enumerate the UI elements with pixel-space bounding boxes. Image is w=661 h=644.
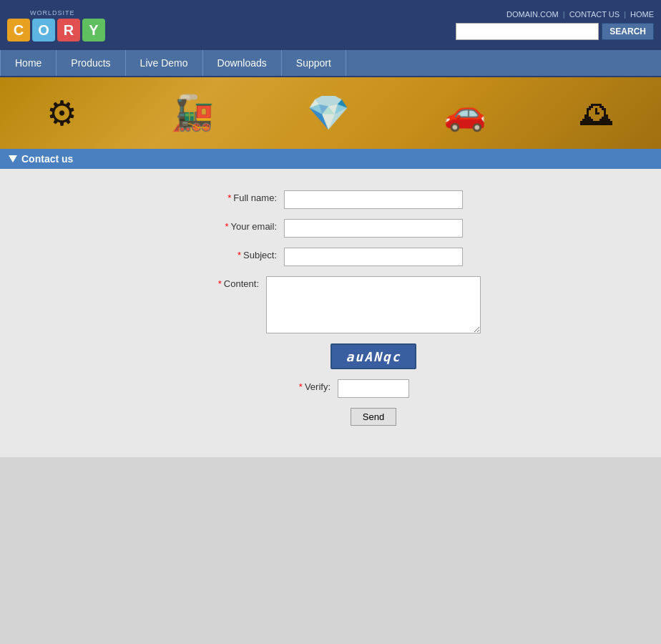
contact-section-header: Contact us <box>0 149 661 169</box>
verify-row: *Verify: <box>14 379 647 398</box>
verify-input[interactable] <box>338 379 409 398</box>
logo-area: WORLDSITE C O R Y <box>7 9 100 41</box>
contact-header-label: Contact us <box>21 153 73 165</box>
nav-item-home[interactable]: Home <box>0 50 57 76</box>
nav-item-downloads[interactable]: Downloads <box>203 50 282 76</box>
banner-item-car: 🚗 <box>444 93 486 133</box>
fullname-row: *Full name: <box>14 190 647 209</box>
logo-letter-c: C <box>7 19 30 42</box>
subject-row: *Subject: <box>14 248 647 266</box>
email-row: *Your email: <box>14 219 647 238</box>
send-label-spacer <box>265 408 351 410</box>
logo-letter-y: Y <box>82 19 105 42</box>
logo-letter-r: R <box>57 19 80 42</box>
content-row: *Content: <box>14 276 647 333</box>
send-button[interactable]: Send <box>351 408 396 426</box>
triangle-icon <box>9 155 17 162</box>
send-row: Send <box>14 408 647 426</box>
subject-input[interactable] <box>284 248 463 266</box>
separator-1: | <box>563 10 565 19</box>
logo-letter-o: O <box>32 19 55 42</box>
search-area: SEARCH <box>456 23 654 40</box>
banner-item-gear: ⚙ <box>46 93 77 133</box>
verify-label: *Verify: <box>252 379 338 392</box>
captcha-image: auANqc <box>330 343 416 369</box>
banner: ⚙ 🚂 💎 🚗 🕰 <box>0 77 661 149</box>
captcha-offset: auANqc <box>330 343 416 369</box>
required-star-verify: * <box>299 381 303 392</box>
content-textarea[interactable] <box>266 276 481 333</box>
banner-item-clock: 🕰 <box>580 94 615 133</box>
search-button[interactable]: SEARCH <box>602 23 654 40</box>
contact-us-link[interactable]: CONTACT US <box>569 10 620 19</box>
site-header: WORLDSITE C O R Y DOMAIN.COM | CONTACT U… <box>0 0 661 50</box>
nav-item-support[interactable]: Support <box>282 50 346 76</box>
fullname-input[interactable] <box>284 190 463 209</box>
email-input[interactable] <box>284 219 463 238</box>
nav-item-products[interactable]: Products <box>57 50 125 76</box>
fullname-label: *Full name: <box>198 190 284 203</box>
worldsite-text: WORLDSITE <box>30 9 75 16</box>
required-star-fullname: * <box>227 192 231 203</box>
domain-link[interactable]: DOMAIN.COM <box>506 10 559 19</box>
required-star-content: * <box>218 278 222 289</box>
email-label: *Your email: <box>198 219 284 232</box>
main-nav: Home Products Live Demo Downloads Suppor… <box>0 50 661 77</box>
required-star-email: * <box>225 221 228 232</box>
home-link[interactable]: HOME <box>630 10 654 19</box>
top-links: DOMAIN.COM | CONTACT US | HOME <box>506 10 654 19</box>
subject-label: *Subject: <box>198 248 284 260</box>
cory-letters: C O R Y <box>7 19 105 42</box>
contact-form-area: *Full name: *Your email: *Subject: *Cont… <box>0 169 661 457</box>
logo[interactable]: WORLDSITE C O R Y <box>7 9 100 41</box>
banner-item-gem: 💎 <box>307 93 350 133</box>
required-star-subject: * <box>238 250 241 260</box>
nav-item-livedemo[interactable]: Live Demo <box>126 50 203 76</box>
top-right-area: DOMAIN.COM | CONTACT US | HOME SEARCH <box>456 10 654 40</box>
separator-2: | <box>624 10 626 19</box>
captcha-row: auANqc <box>14 343 647 369</box>
content-label: *Content: <box>180 276 266 289</box>
banner-item-train: 🚂 <box>171 93 214 133</box>
search-input[interactable] <box>456 23 599 40</box>
